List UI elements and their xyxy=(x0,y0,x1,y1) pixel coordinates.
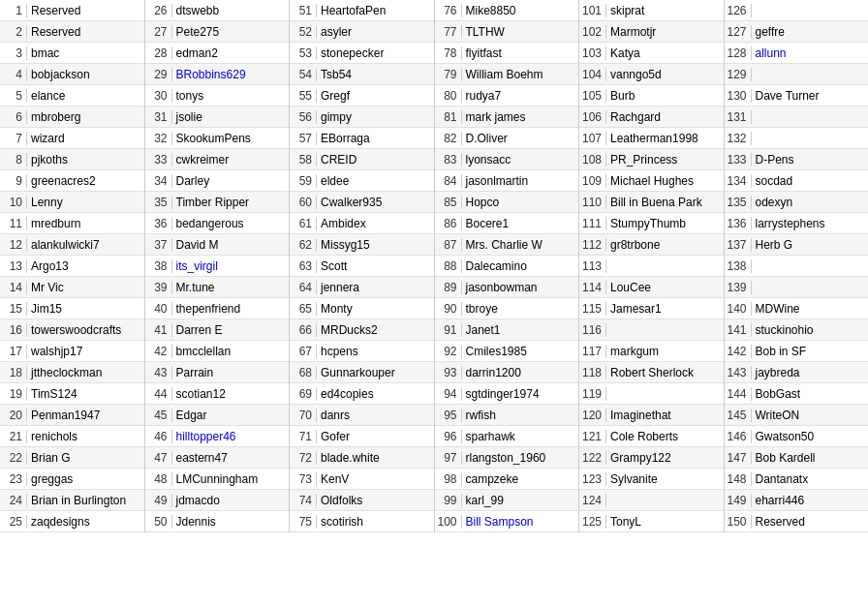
row-name: hilltopper46 xyxy=(172,430,290,443)
row-number: 89 xyxy=(435,281,462,294)
table-row: 43Parrain xyxy=(145,362,290,383)
row-name: Mrs. Charlie W xyxy=(462,238,579,252)
table-row: 68Gunnarkouper xyxy=(290,362,434,383)
row-name: MRDucks2 xyxy=(317,323,434,337)
row-number: 16 xyxy=(0,323,27,337)
table-row: 8pjkoths xyxy=(0,149,144,170)
row-number: 54 xyxy=(290,68,317,81)
row-number: 59 xyxy=(290,174,317,188)
row-number: 100 xyxy=(435,515,462,529)
row-number: 45 xyxy=(145,409,172,422)
row-number: 131 xyxy=(725,110,752,124)
row-number: 144 xyxy=(725,387,752,401)
table-row: 74Oldfolks xyxy=(290,490,434,511)
row-number: 4 xyxy=(0,68,27,81)
table-row: 104vanngo5d xyxy=(579,64,724,85)
row-name: alankulwicki7 xyxy=(27,238,144,252)
row-name: Dalecamino xyxy=(462,259,579,273)
table-row: 93darrin1200 xyxy=(435,362,579,383)
table-row: 7wizard xyxy=(0,128,144,149)
row-number: 148 xyxy=(725,472,752,486)
table-row: 29BRobbins629 xyxy=(145,64,290,85)
row-number: 94 xyxy=(435,387,462,401)
row-name: elance xyxy=(27,89,144,103)
row-name: eldee xyxy=(317,174,434,188)
row-name: Mike8850 xyxy=(462,4,579,17)
table-row: 125TonyL xyxy=(579,511,724,532)
table-row: 60Cwalker935 xyxy=(290,192,434,213)
row-name: Missyg15 xyxy=(317,238,434,252)
table-row: 79William Boehm xyxy=(435,64,579,85)
table-row: 6mbroberg xyxy=(0,106,144,128)
row-name: Robert Sherlock xyxy=(606,366,724,379)
table-row: 120Imaginethat xyxy=(579,405,724,426)
row-number: 92 xyxy=(435,345,462,358)
row-name: greggas xyxy=(27,472,144,486)
row-name: gimpy xyxy=(317,110,434,124)
row-number: 8 xyxy=(0,153,27,167)
row-name: Rachgard xyxy=(606,110,724,124)
row-number: 140 xyxy=(725,302,752,316)
table-row: 27Pete275 xyxy=(145,21,290,43)
row-number: 130 xyxy=(725,89,752,103)
table-row: 107Leatherman1998 xyxy=(579,128,724,149)
row-name: Sylvanite xyxy=(606,472,724,486)
row-name: Tsb54 xyxy=(317,68,434,81)
row-name: larrystephens xyxy=(752,217,869,230)
table-row: 94sgtdinger1974 xyxy=(435,383,579,405)
row-number: 52 xyxy=(290,25,317,39)
row-number: 68 xyxy=(290,366,317,379)
row-name: bedangerous xyxy=(172,217,290,230)
row-name: Burb xyxy=(606,89,724,103)
row-name: zaqdesigns xyxy=(27,515,144,529)
row-name: Mr Vic xyxy=(27,281,144,294)
table-row: 75scotirish xyxy=(290,511,434,532)
table-row: 28edman2 xyxy=(145,43,290,64)
row-number: 107 xyxy=(579,132,606,145)
row-number: 72 xyxy=(290,451,317,465)
row-number: 128 xyxy=(725,46,752,60)
row-name: Darren E xyxy=(172,323,290,337)
row-name: gr8trbone xyxy=(606,238,724,252)
table-row: 51HeartofaPen xyxy=(290,0,434,21)
row-name: pjkoths xyxy=(27,153,144,167)
row-number: 81 xyxy=(435,110,462,124)
row-name: Scott xyxy=(317,259,434,273)
row-number: 9 xyxy=(0,174,27,188)
table-row: 77TLTHW xyxy=(435,21,579,43)
row-number: 39 xyxy=(145,281,172,294)
column-group-6: 126127geffre128allunn129130Dave Turner13… xyxy=(725,0,869,532)
table-row: 32SkookumPens xyxy=(145,128,290,149)
row-number: 141 xyxy=(725,323,752,337)
row-number: 91 xyxy=(435,323,462,337)
table-row: 1Reserved xyxy=(0,0,144,21)
table-row: 70danrs xyxy=(290,405,434,426)
table-row: 149eharri446 xyxy=(725,490,869,511)
row-number: 135 xyxy=(725,196,752,209)
row-number: 71 xyxy=(290,430,317,443)
row-name: Herb G xyxy=(752,238,869,252)
table-row: 47eastern47 xyxy=(145,447,290,469)
row-name: geffre xyxy=(752,25,869,39)
row-number: 86 xyxy=(435,217,462,230)
row-number: 133 xyxy=(725,153,752,167)
row-name: sparhawk xyxy=(462,430,579,443)
row-name: tbroye xyxy=(462,302,579,316)
row-number: 28 xyxy=(145,46,172,60)
row-name: Darley xyxy=(172,174,290,188)
row-number: 29 xyxy=(145,68,172,81)
table-row: 143jaybreda xyxy=(725,362,869,383)
table-row: 41Darren E xyxy=(145,319,290,341)
row-name: William Boehm xyxy=(462,68,579,81)
row-number: 105 xyxy=(579,89,606,103)
row-number: 77 xyxy=(435,25,462,39)
row-number: 73 xyxy=(290,472,317,486)
table-row: 150Reserved xyxy=(725,511,869,532)
table-row: 33cwkreimer xyxy=(145,149,290,170)
row-name: jaybreda xyxy=(752,366,869,379)
row-number: 36 xyxy=(145,217,172,230)
column-group-1: 1Reserved2Reserved3bmac4bobjackson5elanc… xyxy=(0,0,145,532)
row-number: 106 xyxy=(579,110,606,124)
row-number: 3 xyxy=(0,46,27,60)
table-row: 45Edgar xyxy=(145,405,290,426)
